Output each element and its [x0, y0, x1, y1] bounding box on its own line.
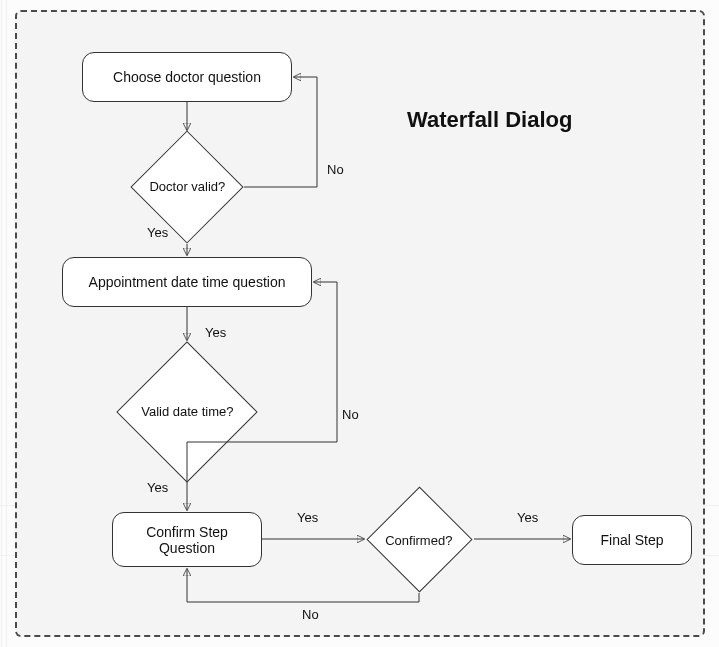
edge-label-confirmed-no: No — [302, 607, 319, 622]
edge-label-valid-datetime-yes: Yes — [147, 480, 168, 495]
edge-label-valid-datetime-no: No — [342, 407, 359, 422]
node-final-step: Final Step — [572, 515, 692, 565]
node-valid-datetime-decision: Valid date time? — [116, 341, 257, 482]
node-label: Doctor valid? — [148, 179, 226, 194]
edge-label-confirm-to-confirmed-yes: Yes — [297, 510, 318, 525]
node-choose-doctor-question: Choose doctor question — [82, 52, 292, 102]
node-label: Final Step — [600, 532, 663, 548]
node-label: Valid date time? — [138, 404, 236, 419]
edge-n6-no-n5 — [187, 569, 419, 602]
flowchart-container: Waterfall Dialog Choose doctor question … — [15, 10, 705, 637]
node-label: Confirm Step Question — [146, 524, 228, 556]
edge-label-confirmed-yes: Yes — [517, 510, 538, 525]
node-label: Appointment date time question — [89, 274, 286, 290]
node-label: Choose doctor question — [113, 69, 261, 85]
node-confirm-step-question: Confirm Step Question — [112, 512, 262, 567]
diagram-title: Waterfall Dialog — [407, 107, 572, 133]
node-confirmed-decision: Confirmed? — [366, 486, 472, 592]
node-appointment-datetime-question: Appointment date time question — [62, 257, 312, 307]
edge-label-doctor-valid-yes: Yes — [147, 225, 168, 240]
edge-label-appointment-down-yes: Yes — [205, 325, 226, 340]
node-label: Confirmed? — [382, 533, 455, 548]
edge-label-doctor-valid-no: No — [327, 162, 344, 177]
